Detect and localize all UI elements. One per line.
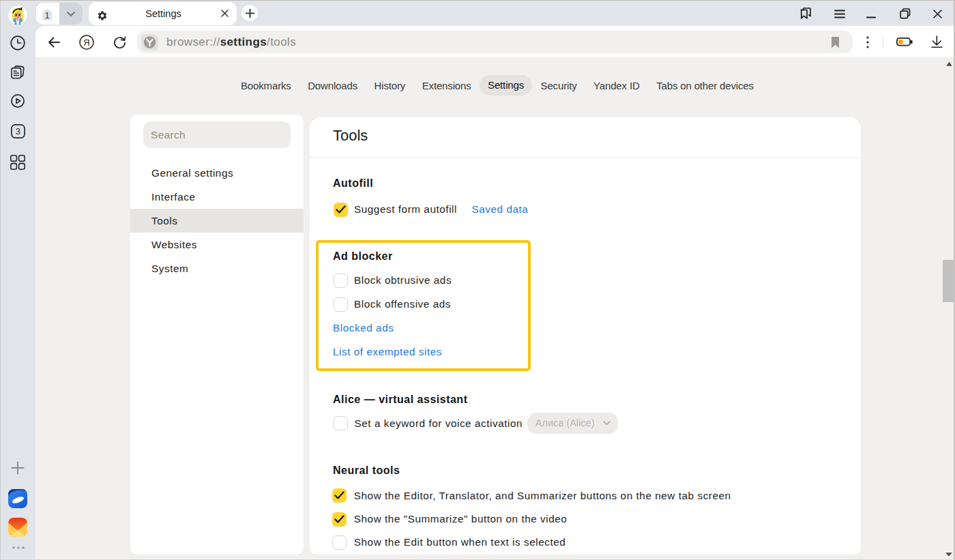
svg-text:Я: Я xyxy=(83,38,89,48)
svg-text:3: 3 xyxy=(16,127,20,136)
svg-text:1: 1 xyxy=(45,10,50,20)
